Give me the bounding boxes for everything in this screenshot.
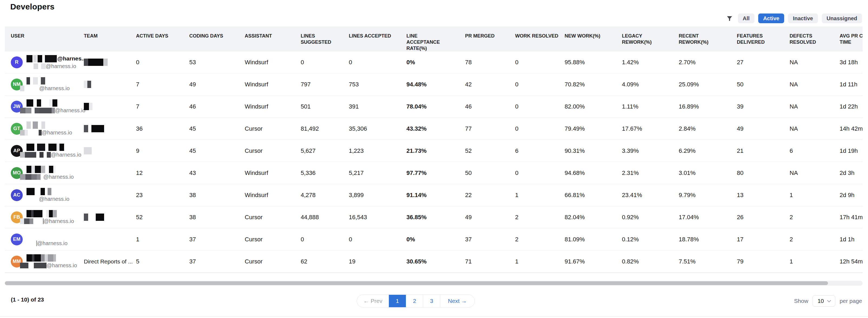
page-title: Developers [10, 2, 55, 11]
user-email-domain: @harness.io [51, 152, 82, 158]
filter-funnel-icon[interactable] [725, 15, 734, 22]
column-header-pr-merged[interactable]: PR MERGED [459, 27, 509, 51]
column-header-lines-accepted[interactable]: LINES ACCEPTED [343, 27, 400, 51]
new-work-cell: 90.31% [559, 140, 616, 162]
filter-all-button[interactable]: All [738, 13, 755, 23]
table-row[interactable]: R@harnes...@harness.io053Windsurf000%780… [5, 51, 863, 73]
filter-inactive-button[interactable]: Inactive [788, 13, 818, 23]
lines-accepted-cell: 5,217 [343, 162, 400, 184]
defects-resolved-cell: NA [784, 73, 834, 95]
lines-suggested-cell: 5,627 [295, 140, 343, 162]
table-row[interactable]: NM@harness.io749Windsurf79775394.48%4207… [5, 73, 863, 96]
table-row[interactable]: MM@harness.ioDirect Reports of ...537Cur… [5, 250, 863, 273]
redacted-block [45, 166, 49, 173]
legacy-rework-cell: 0.82% [616, 250, 673, 272]
lines-suggested-cell: 62 [295, 250, 343, 272]
lines-suggested-cell: 81,492 [295, 118, 343, 140]
filter-unassigned-button[interactable]: Unassigned [822, 13, 862, 23]
redacted-block [53, 166, 56, 173]
per-page-label: per page [840, 298, 862, 304]
assistant-cell: Windsurf [239, 73, 295, 95]
page-2-button[interactable]: 2 [406, 295, 423, 307]
coding-days-cell: 45 [183, 118, 239, 140]
column-header-recent-rework[interactable]: RECENT REWORK(%) [673, 27, 731, 51]
lines-accepted-cell: 0 [343, 51, 400, 73]
redacted-block [49, 144, 57, 151]
table-row[interactable]: AP@harness.io945Cursor5,6271,22321.73%52… [5, 140, 863, 162]
user-text: @harness.io [27, 187, 69, 203]
table-row[interactable]: GT@harness.io3645Cursor81,49235,30643.32… [5, 118, 863, 140]
column-header-active-days[interactable]: ACTIVE DAYS [130, 27, 183, 51]
column-header-assistant[interactable]: ASSISTANT [239, 27, 295, 51]
column-header-defects-resolved[interactable]: DEFECTS RESOLVED [784, 27, 834, 51]
prev-page-button[interactable]: ← Prev [357, 295, 389, 307]
lines-suggested-cell: 0 [295, 228, 343, 250]
avatar-initials: GT [13, 126, 20, 132]
user-cell: AP@harness.io [5, 140, 78, 162]
filter-active-button[interactable]: Active [758, 13, 784, 23]
redacted-block [20, 174, 25, 180]
table-row[interactable]: EM@harness.io137Cursor000%37281.09%0.12%… [5, 228, 863, 250]
redacted-block [27, 55, 32, 62]
work-resolved-cell: 1 [509, 250, 559, 272]
team-label: Direct Reports of ... [84, 258, 133, 265]
redacted-block [34, 263, 46, 268]
horizontal-scrollbar-thumb[interactable] [5, 281, 828, 285]
recent-rework-cell: 25.09% [673, 73, 731, 95]
line-acceptance-rate-cell: 78.04% [400, 96, 459, 117]
pr-merged-cell: 50 [459, 162, 509, 184]
redacted-block [48, 188, 51, 195]
next-page-button[interactable]: Next → [440, 295, 474, 307]
column-header-lines-suggested[interactable]: LINES SUGGESTED [295, 27, 343, 51]
page-1-button[interactable]: 1 [389, 295, 406, 307]
new-work-cell: 82.04% [559, 206, 616, 228]
column-header-team[interactable]: TEAM [78, 27, 130, 51]
work-resolved-cell: 0 [509, 51, 559, 73]
column-header-legacy-rework[interactable]: LEGACY REWORK(%) [616, 27, 673, 51]
coding-days-cell: 45 [183, 140, 239, 162]
column-header-work-resolved[interactable]: WORK RESOLVED [509, 27, 559, 51]
user-cell: EM@harness.io [5, 228, 78, 250]
page-size-select[interactable]: 10 [812, 295, 835, 307]
redacted-block [31, 108, 35, 113]
redacted-block [84, 125, 88, 132]
lines-accepted-cell: 1,223 [343, 140, 400, 162]
features-delivered-cell: 26 [731, 206, 784, 228]
redacted-block [38, 64, 41, 69]
redacted-block [34, 144, 37, 151]
table-row[interactable]: FB@harness.io5238Cursor44,88816,54336.85… [5, 206, 863, 228]
team-cell [78, 140, 130, 162]
avg-pr-cycle-time-cell: 14h 42m [834, 118, 863, 140]
table-row[interactable]: AC@harness.io2338Windsurf4,2783,89991.14… [5, 184, 863, 206]
redacted-block [49, 210, 53, 217]
column-header-avg-pr-cycle-time[interactable]: AVG PR CYCLE TIME [834, 27, 863, 51]
column-header-coding-days[interactable]: CODING DAYS [183, 27, 239, 51]
work-resolved-cell: 0 [509, 118, 559, 140]
user-cell: FB@harness.io [5, 206, 78, 228]
horizontal-scrollbar-track[interactable] [5, 281, 863, 286]
column-header-features-delivered[interactable]: FEATURES DELIVERED [731, 27, 784, 51]
redacted-block [84, 81, 87, 88]
redacted-block [60, 144, 64, 151]
redacted-block [42, 210, 46, 217]
redacted-block [25, 174, 31, 180]
new-work-cell: 94.68% [559, 162, 616, 184]
column-header-new-work[interactable]: NEW WORK(%) [559, 27, 616, 51]
table-row[interactable]: JW@harness.io746Windsurf50139178.04%4608… [5, 96, 863, 118]
column-header-user[interactable]: USER [5, 27, 78, 51]
redacted-block [20, 263, 28, 268]
table-row[interactable]: MO@harness.io1243Windsurf5,3365,21797.77… [5, 162, 863, 184]
redacted-block [91, 125, 104, 132]
redacted-block [49, 99, 53, 107]
redacted-block [38, 55, 42, 62]
column-header-line-acceptance-rate[interactable]: LINE ACCEPTANCE RATE(%) [400, 27, 459, 51]
page-3-button[interactable]: 3 [423, 295, 440, 307]
user-email-domain: @harness.io [42, 130, 72, 136]
defects-resolved-cell: 1 [784, 250, 834, 272]
recent-rework-cell: 17.04% [673, 206, 731, 228]
redacted-block [37, 144, 45, 151]
redacted-block [25, 152, 36, 157]
user-cell: MM@harness.io [5, 250, 78, 272]
active-days-cell: 52 [130, 206, 183, 228]
active-days-cell: 36 [130, 118, 183, 140]
